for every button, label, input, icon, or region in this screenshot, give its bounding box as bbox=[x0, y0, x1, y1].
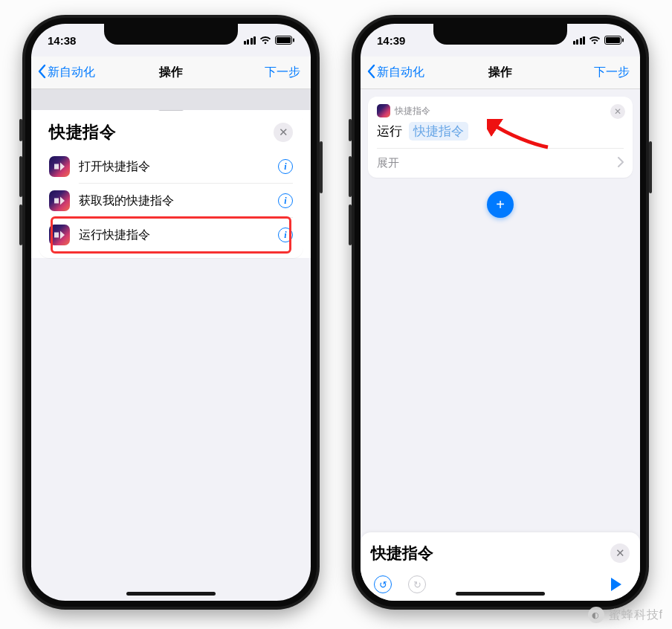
svg-rect-4 bbox=[606, 37, 620, 43]
redo-button[interactable]: ↻ bbox=[408, 575, 426, 593]
shortcuts-panel: 快捷指令 ✕ 打开快捷指令 i bbox=[39, 111, 303, 258]
watermark-text: 蜜蜂科技f bbox=[609, 607, 663, 623]
phone-right: 14:39 新自动化 操作 bbox=[352, 15, 649, 610]
list-item-label: 获取我的快捷指令 bbox=[79, 193, 278, 209]
back-label: 新自动化 bbox=[377, 65, 424, 80]
next-button[interactable]: 下一步 bbox=[265, 57, 300, 88]
close-icon: ✕ bbox=[279, 126, 288, 139]
list-item-label: 打开快捷指令 bbox=[79, 159, 278, 175]
chevron-left-icon bbox=[366, 64, 375, 82]
home-indicator[interactable] bbox=[126, 592, 216, 596]
close-icon: ✕ bbox=[614, 106, 621, 117]
back-button[interactable]: 新自动化 bbox=[366, 57, 424, 88]
editor-canvas: 快捷指令 ✕ 运行 快捷指令 展开 bbox=[361, 89, 640, 218]
chevron-right-icon bbox=[618, 157, 624, 170]
status-time: 14:39 bbox=[377, 34, 405, 47]
nav-bar: 新自动化 操作 下一步 bbox=[31, 57, 311, 89]
battery-icon bbox=[604, 36, 624, 45]
notch bbox=[433, 24, 567, 45]
expand-label: 展开 bbox=[377, 156, 399, 170]
chevron-left-icon bbox=[37, 64, 46, 82]
list-item[interactable]: 获取我的快捷指令 i bbox=[49, 184, 293, 218]
home-indicator[interactable] bbox=[456, 592, 545, 596]
info-button[interactable]: i bbox=[278, 159, 293, 174]
status-time: 14:38 bbox=[48, 34, 76, 47]
svg-rect-2 bbox=[293, 39, 294, 42]
actions-drawer: 快捷指令 ✕ 打开快捷指令 i bbox=[31, 101, 311, 258]
svg-rect-1 bbox=[277, 37, 291, 43]
action-list: 打开快捷指令 i 获取我的快捷指令 i 运行快捷指令 bbox=[49, 149, 293, 252]
list-item[interactable]: 运行快捷指令 i bbox=[49, 218, 293, 252]
status-icons bbox=[573, 36, 624, 45]
screen-left: 14:38 新自动化 操作 bbox=[31, 24, 311, 601]
card-action-text: 运行 bbox=[377, 124, 402, 138]
back-button[interactable]: 新自动化 bbox=[37, 57, 95, 88]
cellular-icon bbox=[244, 36, 256, 45]
sheet-close-button[interactable]: ✕ bbox=[610, 543, 630, 563]
play-icon bbox=[611, 578, 621, 591]
nav-title: 操作 bbox=[159, 65, 183, 80]
cellular-icon bbox=[573, 36, 586, 45]
wifi-icon bbox=[259, 36, 271, 45]
drawer-backdrop bbox=[31, 89, 311, 110]
undo-button[interactable]: ↺ bbox=[374, 575, 392, 593]
status-icons bbox=[244, 36, 295, 45]
notch bbox=[104, 24, 238, 45]
shortcuts-app-icon bbox=[49, 190, 70, 211]
wifi-icon bbox=[589, 36, 601, 45]
card-app-label: 快捷指令 bbox=[395, 105, 430, 117]
next-button[interactable]: 下一步 bbox=[594, 57, 630, 88]
card-action-line: 运行 快捷指令 bbox=[377, 122, 624, 148]
list-item[interactable]: 打开快捷指令 i bbox=[49, 149, 293, 184]
sheet-title: 快捷指令 bbox=[371, 543, 433, 564]
expand-row[interactable]: 展开 bbox=[377, 148, 624, 178]
add-action-button[interactable]: + bbox=[487, 191, 514, 218]
action-card[interactable]: 快捷指令 ✕ 运行 快捷指令 展开 bbox=[368, 97, 633, 178]
bottom-sheet: 快捷指令 ✕ ↺ ↻ bbox=[361, 532, 640, 601]
plus-icon: + bbox=[496, 196, 505, 213]
nav-bar: 新自动化 操作 下一步 bbox=[361, 57, 640, 89]
screen-right: 14:39 新自动化 操作 bbox=[361, 24, 640, 601]
info-button[interactable]: i bbox=[278, 228, 293, 242]
close-button[interactable]: ✕ bbox=[274, 123, 293, 142]
list-item-label: 运行快捷指令 bbox=[79, 228, 278, 243]
svg-rect-5 bbox=[622, 39, 624, 42]
shortcut-token[interactable]: 快捷指令 bbox=[409, 122, 468, 141]
card-close-button[interactable]: ✕ bbox=[610, 104, 625, 119]
battery-icon bbox=[275, 36, 294, 45]
shortcuts-app-icon bbox=[377, 104, 390, 117]
close-icon: ✕ bbox=[616, 546, 625, 560]
shortcuts-app-icon bbox=[49, 225, 70, 245]
watermark: ◐ 蜜蜂科技f bbox=[588, 607, 663, 623]
wechat-icon: ◐ bbox=[588, 607, 604, 623]
run-button[interactable] bbox=[609, 575, 627, 593]
back-label: 新自动化 bbox=[48, 65, 95, 80]
panel-title: 快捷指令 bbox=[49, 121, 116, 143]
nav-title: 操作 bbox=[488, 65, 512, 80]
phone-left: 14:38 新自动化 操作 bbox=[22, 15, 320, 610]
info-button[interactable]: i bbox=[278, 193, 293, 208]
shortcuts-app-icon bbox=[49, 156, 70, 177]
